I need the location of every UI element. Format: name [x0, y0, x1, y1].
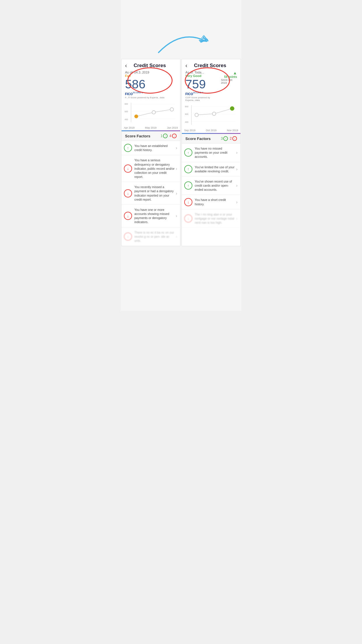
right-factor-2-text: You've limited the use of your available…	[195, 165, 235, 173]
right-factor-1-chevron: ›	[236, 150, 238, 155]
left-powered-by: F...® Score powered by Experia...data	[125, 96, 164, 99]
right-fico-score8: SCORE 8	[193, 91, 203, 94]
left-up-icon: ↑	[163, 134, 168, 138]
left-factor-2-chevron: ›	[176, 166, 177, 171]
right-fico-info: FICOSCORE 8 CO® Score powered by Experia…	[185, 91, 221, 102]
left-chart-label-1: Apr 2019	[124, 126, 135, 129]
svg-point-18	[212, 112, 216, 116]
left-factor-4-icon: ↓	[124, 212, 132, 220]
left-fico-brand: FICO	[125, 92, 133, 96]
left-chart-labels: Apr 2019 May 2019 Jun 2019	[122, 126, 180, 129]
bottom-area	[121, 247, 241, 305]
right-chart-label-2: Oct 2019	[206, 129, 217, 132]
right-count-up: 3 ↑	[221, 136, 228, 141]
right-factor-5-text: The r mi ning alan e or your nortgage or…	[195, 212, 235, 225]
right-as-of: As of: Toda...	[185, 71, 221, 74]
right-factor-5[interactable]: ↓ The r mi ning alan e or your nortgage …	[182, 209, 240, 228]
left-chart-label-3: Jun 2019	[167, 126, 178, 129]
panels-row: ‹ Credit Scores As of: 04.3..2019 Fair 5…	[121, 58, 241, 247]
left-factor-1-icon: ↑	[124, 144, 132, 152]
right-factor-3-chevron: ›	[236, 183, 238, 188]
right-down-icon: ↓	[232, 136, 237, 141]
left-factor-4[interactable]: ↓ You have one or more accounts showing …	[122, 205, 180, 228]
svg-text:600: 600	[185, 113, 189, 115]
right-points-badge: ▲ 59 points Since Oct 2019	[221, 71, 237, 84]
left-factor-5-chevron: ›	[176, 234, 177, 239]
svg-point-9	[170, 108, 174, 111]
svg-text:400: 400	[185, 121, 189, 123]
right-panel-header: ‹ Credit Scores	[182, 59, 240, 69]
left-chart-label-2: May 2019	[145, 126, 157, 129]
left-factor-5-text: There is no ec it ba nc on our revolvi g…	[134, 230, 175, 243]
right-panel: ‹ Credit Scores As of: Toda... Very Good…	[182, 59, 241, 246]
arrow-annotation	[121, 23, 241, 58]
left-factor-4-chevron: ›	[176, 214, 177, 218]
svg-point-7	[135, 115, 138, 118]
right-chart-label-1: Sep 2019	[184, 129, 196, 132]
svg-text:600: 600	[125, 111, 128, 113]
left-score-left: As of: 04.3..2019 Fair 586 FICOSCORE 8 F…	[125, 71, 164, 99]
right-factors-header: Score Factors 3 ↑ 2 ↓	[182, 134, 240, 144]
right-score-section: As of: Toda... Very Good 759 FICOSCORE 8…	[182, 69, 240, 103]
right-back-button[interactable]: ‹	[185, 62, 187, 69]
left-factors-count: 1 ↑ 4 ↓	[161, 134, 177, 138]
right-factor-3[interactable]: ↑ You've shown recent use of credit card…	[182, 176, 240, 195]
right-factor-1-icon: ↑	[184, 148, 192, 157]
right-powered-by: CO® Score powered by Experia...data	[185, 96, 221, 102]
right-score-left: As of: Toda... Very Good 759 FICOSCORE 8…	[185, 71, 221, 102]
right-up-icon: ↑	[223, 136, 228, 141]
right-chart: 800 600 400	[182, 103, 240, 129]
right-chart-label-3: Nov 2019	[227, 129, 238, 132]
left-factors-title: Score Factors	[125, 134, 150, 138]
right-factor-4-icon: ↓	[184, 198, 192, 206]
svg-point-19	[230, 106, 234, 111]
right-factor-4-text: You have a short credit history.	[195, 198, 235, 206]
right-points-arrow: ▲	[233, 71, 237, 75]
left-chart: 800 600 400	[122, 100, 180, 126]
right-factor-4[interactable]: ↓ You have a short credit history. ›	[182, 195, 240, 209]
right-factor-2-chevron: ›	[236, 167, 238, 172]
left-factor-3-text: You recently missed a payment or had a d…	[134, 185, 175, 202]
right-score-number: 759	[185, 78, 221, 90]
left-factor-1-chevron: ›	[176, 146, 177, 150]
right-factors-title: Score Factors	[185, 136, 211, 141]
left-factor-3[interactable]: ↓ You recently missed a payment or had a…	[122, 182, 180, 205]
right-factor-2-icon: ↑	[184, 165, 192, 173]
right-factor-3-icon: ↑	[184, 181, 192, 190]
left-panel: ‹ Credit Scores As of: 04.3..2019 Fair 5…	[121, 59, 180, 246]
left-factor-1[interactable]: ↑ You have an established credit history…	[122, 141, 180, 155]
left-count-up: 1 ↑	[161, 134, 168, 138]
left-factor-5[interactable]: ↓ There is no ec it ba nc on our revolvi…	[122, 228, 180, 246]
left-score-section: As of: 04.3..2019 Fair 586 FICOSCORE 8 F…	[122, 69, 180, 100]
right-factors-count: 3 ↑ 2 ↓	[221, 136, 237, 141]
left-as-of: As of: 04.3..2019	[125, 71, 164, 74]
left-factor-2-icon: ↓	[124, 164, 132, 173]
right-count-down: 2 ↓	[230, 136, 237, 141]
svg-text:800: 800	[185, 106, 189, 108]
left-panel-header: ‹ Credit Scores	[122, 59, 180, 69]
left-factor-2[interactable]: ↓ You have a serious delinquency or dero…	[122, 155, 180, 182]
left-factor-4-text: You have one or more accounts showing mi…	[134, 208, 175, 224]
right-points-value: 59 points	[224, 75, 237, 78]
left-factor-5-icon: ↓	[124, 232, 132, 241]
left-factors-header: Score Factors 1 ↑ 4 ↓	[122, 131, 180, 141]
right-factor-2[interactable]: ↑ You've limited the use of your availab…	[182, 162, 240, 176]
right-factor-1[interactable]: ↑ You have no missed payments on your cr…	[182, 144, 240, 162]
app-wrapper: ‹ Credit Scores As of: 04.3..2019 Fair 5…	[121, 0, 241, 311]
right-factor-4-chevron: ›	[236, 200, 238, 204]
right-factor-5-icon: ↓	[184, 214, 192, 223]
left-factor-3-icon: ↓	[124, 189, 132, 197]
left-back-button[interactable]: ‹	[125, 62, 127, 69]
left-count-down: 4 ↓	[169, 134, 177, 138]
svg-point-8	[152, 111, 156, 114]
left-score-number: 586	[125, 78, 164, 90]
right-factor-1-text: You have no missed payments on your cred…	[195, 146, 235, 159]
right-chart-labels: Sep 2019 Oct 2019 Nov 2019	[182, 129, 240, 132]
right-factor-3-text: You've shown recent use of credit cards …	[195, 179, 235, 192]
left-fico-score8: SCORE 8	[133, 91, 143, 94]
right-factor-5-chevron: ›	[236, 216, 238, 221]
svg-point-17	[195, 113, 198, 117]
right-points-since: Since Oct 2019	[221, 78, 237, 84]
left-panel-title: Credit Scores	[129, 63, 171, 69]
right-panel-title: Credit Scores	[189, 63, 231, 69]
